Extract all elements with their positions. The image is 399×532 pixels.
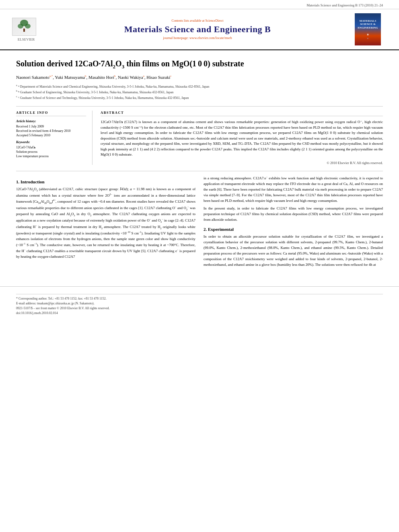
article-info-header: ARTICLE INFO [16, 111, 86, 116]
divider-1 [16, 106, 383, 107]
svg-rect-3 [23, 29, 25, 32]
affiliation-b: b ᵇ Graduate School of Engineering, Shiz… [16, 89, 383, 95]
svg-point-1 [18, 24, 23, 29]
page-container: Materials Science and Engineering B 173 … [0, 0, 399, 532]
header-section: ELSEVIER Contents lists available at Sci… [0, 9, 399, 50]
section1-text3: In the present study, in order to fabric… [204, 206, 383, 223]
divider-2 [16, 171, 383, 171]
history-label: Article history: [16, 119, 86, 123]
abstract-text: 12CaO·7Al₂O₃ (C12A7) is known as a compo… [101, 119, 383, 158]
abstract-header: ABSTRACT [101, 111, 383, 116]
section1-text1: 12CaO·7Al2O3 (abbreviated as C12A7, cubi… [16, 187, 195, 260]
cover-box: MATERIALSSCIENCE &ENGINEERINGB B [355, 13, 381, 45]
keywords-label: Keywords: [16, 140, 86, 144]
keyword-3: Low temperature process [16, 154, 86, 158]
footer-divider [16, 294, 383, 294]
elsevier-label: ELSEVIER [12, 37, 40, 41]
svg-point-2 [25, 24, 31, 29]
contents-text: Contents lists available at [172, 19, 205, 23]
journal-cover-image: MATERIALSSCIENCE &ENGINEERINGB B [355, 13, 383, 45]
article-info-abstract: ARTICLE INFO Article history: Received 1… [16, 111, 383, 165]
section1-title: 1. Introduction [16, 179, 195, 184]
section1-text2: in a strong reducing atmosphere. C12A7:e… [204, 175, 383, 204]
section2-text1: In order to obtain an alkoxide precursor… [204, 234, 383, 268]
section2-title: 2. Experimental [204, 227, 383, 232]
body-col-left: 1. Introduction 12CaO·7Al2O3 (abbreviate… [16, 175, 195, 270]
journal-title-center: Contents lists available at ScienceDirec… [48, 19, 347, 40]
sciencedirect-link[interactable]: ScienceDirect [206, 19, 224, 23]
received-date: Received 1 July 2009 [16, 125, 86, 128]
cover-title: MATERIALSSCIENCE &ENGINEERINGB [358, 19, 378, 36]
contents-available-line: Contents lists available at ScienceDirec… [48, 19, 347, 23]
affiliation-c: c ᶜ Graduate School of Science and Techn… [16, 95, 383, 101]
journal-top-line: Materials Science and Engineering B 173 … [0, 0, 399, 9]
elsevier-logo-box [12, 18, 36, 36]
body-content: 1. Introduction 12CaO·7Al2O3 (abbreviate… [16, 175, 383, 270]
issn-line: 0921-5107/$ – see front matter © 2010 El… [16, 306, 383, 310]
accepted-date: Accepted 5 February 2010 [16, 134, 86, 137]
doi-line: doi:10.1016/j.mseb.2010.02.014 [16, 311, 383, 315]
journal-citation: Materials Science and Engineering B 173 … [306, 3, 383, 7]
authors-line: Naonori Sakamotoa,*, Yuki Matsuyamab, Ma… [16, 74, 383, 80]
corresponding-note: * Corresponding author. Tel.: +81 53 478… [16, 297, 383, 300]
journal-homepage: journal homepage: www.elsevier.com/locat… [48, 36, 347, 40]
cover-subtitle: B [367, 37, 368, 39]
abstract-col: ABSTRACT 12CaO·7Al₂O₃ (C12A7) is known a… [101, 111, 383, 165]
body-col-right: in a strong reducing atmosphere. C12A7:e… [204, 175, 383, 270]
copyright-line: © 2010 Elsevier B.V. All rights reserved… [101, 161, 383, 165]
keyword-1: 12CaO·7Al₂O₃ [16, 146, 86, 149]
elsevier-logo: ELSEVIER [12, 18, 40, 41]
article-content: Solution derived 12CaO·7Al2O3 thin films… [0, 50, 399, 278]
revised-date: Received in revised form 4 February 2010 [16, 129, 86, 133]
affiliation-a: a ᵃ Department of Materials Science and … [16, 84, 383, 89]
email-note: E-mail address: tnsakam@ipc.shizuoka.ac.… [16, 302, 383, 305]
homepage-url[interactable]: www.elsevier.com/locate/mseb [189, 36, 232, 40]
journal-main-title: Materials Science and Engineering B [48, 24, 347, 35]
affiliations-block: a ᵃ Department of Materials Science and … [16, 84, 383, 100]
homepage-label: journal homepage: [163, 36, 189, 40]
keyword-2: Solution process [16, 150, 86, 154]
article-title: Solution derived 12CaO·7Al2O3 thin films… [16, 58, 383, 70]
footer-section: * Corresponding author. Tel.: +81 53 478… [0, 286, 399, 315]
article-info-col: ARTICLE INFO Article history: Received 1… [16, 111, 93, 165]
